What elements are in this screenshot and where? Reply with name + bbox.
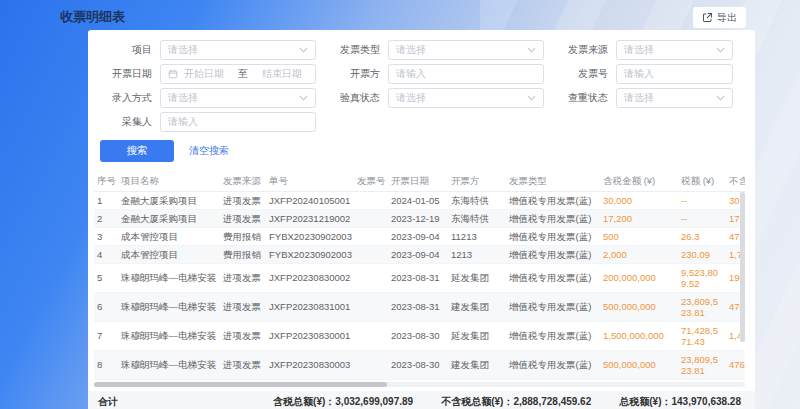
project-select[interactable]: 请选择 (160, 40, 316, 60)
table-row: 7珠穆朗玛峰—电梯安装进项发票JXFP202308300012023-08-30… (94, 321, 745, 350)
invoice-source-select[interactable]: 请选择 (616, 40, 733, 60)
cell-issuer: 延发集团 (448, 321, 506, 350)
cell-tax: 26.3 (678, 227, 726, 245)
table-header-row: 序号项目名称发票来源单号发票号开票日期开票方发票类型含税金额 (¥)税额 (¥)… (94, 172, 745, 191)
cell-amount: 500 (600, 227, 678, 245)
cell-invoice_no (354, 245, 388, 263)
cell-date: 2023-12-19 (388, 209, 448, 227)
verify-status-select[interactable]: 请选择 (388, 88, 544, 108)
invoice-table: 序号项目名称发票来源单号发票号开票日期开票方发票类型含税金额 (¥)税额 (¥)… (94, 172, 745, 380)
entry-method-filter-label: 录入方式 (98, 91, 152, 105)
chevron-down-icon (716, 95, 725, 101)
collector-filter-label: 采集人 (98, 115, 152, 129)
cell-project: 成本管控项目 (118, 245, 220, 263)
issuer-input[interactable]: 请输入 (388, 64, 544, 84)
cell-project: 珠穆朗玛峰—电梯安装 (118, 263, 220, 292)
cell-amount: 200,000,000 (600, 263, 678, 292)
export-label: 导出 (717, 11, 737, 25)
cell-invoice_no (354, 263, 388, 292)
cell-tax: -- (678, 191, 726, 209)
horizontal-scrollbar-thumb[interactable] (94, 382, 387, 387)
column-header: 发票类型 (506, 172, 600, 191)
chevron-down-icon (716, 47, 725, 53)
entry-method-select[interactable]: 请选择 (160, 88, 316, 108)
invoice-no-input[interactable]: 请输入 (616, 64, 733, 84)
cell-source: 费用报销 (220, 245, 266, 263)
cell-invoice_no (354, 191, 388, 209)
clear-search-link[interactable]: 清空搜索 (189, 144, 229, 158)
cell-project: 珠穆朗玛峰—电梯安装 (118, 292, 220, 321)
cell-issuer: 延发集团 (448, 263, 506, 292)
cell-date: 2024-01-05 (388, 191, 448, 209)
cell-project: 金融大厦采购项目 (118, 209, 220, 227)
calendar-icon (168, 69, 178, 79)
column-header: 不含税金额 (¥) (726, 172, 745, 191)
cell-issuer: 11213 (448, 227, 506, 245)
cell-tax: 71,428,571.43 (678, 321, 726, 350)
cell-type: 增值税专用发票(蓝) (506, 209, 600, 227)
cell-order_no: JXFP20231219002 (266, 209, 354, 227)
cell-issuer: 建发集团 (448, 292, 506, 321)
chevron-down-icon (527, 47, 536, 53)
cell-invoice_no (354, 209, 388, 227)
table-row: 2金融大厦采购项目进项发票JXFP202312190022023-12-19东海… (94, 209, 745, 227)
total-excl-tax: 不含税总额(¥)：2,888,728,459.62 (441, 395, 591, 409)
totals-label: 合计 (98, 395, 118, 409)
cell-issuer: 东海特供 (448, 209, 506, 227)
cell-net: 476,190,476.19 (726, 350, 745, 379)
export-button[interactable]: 导出 (693, 7, 746, 28)
cell-order_no: JXFP20230830001 (266, 321, 354, 350)
table-row: 4成本管控项目费用报销FYBX202309020032023-09-041213… (94, 245, 745, 263)
cell-no: 6 (94, 292, 118, 321)
cell-source: 进项发票 (220, 292, 266, 321)
column-header: 单号 (266, 172, 354, 191)
export-icon (702, 12, 713, 23)
page-title: 收票明细表 (60, 8, 125, 26)
invoice-source-filter-label: 发票来源 (554, 43, 608, 57)
cell-issuer: 1213 (448, 245, 506, 263)
column-header: 项目名称 (118, 172, 220, 191)
invoice-type-filter-label: 发票类型 (326, 43, 380, 57)
invoice-table-wrapper: 序号项目名称发票来源单号发票号开票日期开票方发票类型含税金额 (¥)税额 (¥)… (94, 172, 745, 380)
horizontal-scrollbar[interactable] (94, 382, 745, 387)
cell-tax: 23,809,523.81 (678, 350, 726, 379)
cell-invoice_no (354, 227, 388, 245)
cell-source: 进项发票 (220, 209, 266, 227)
verify-status-filter-label: 验真状态 (326, 91, 380, 105)
cell-type: 增值税专用发票(蓝) (506, 191, 600, 209)
project-filter-label: 项目 (98, 43, 152, 57)
invoice-date-range-picker[interactable]: 开始日期 至 结束日期 (160, 64, 316, 84)
cell-no: 5 (94, 263, 118, 292)
cell-date: 2023-08-31 (388, 292, 448, 321)
cell-project: 珠穆朗玛峰—电梯安装 (118, 350, 220, 379)
table-row: 8珠穆朗玛峰—电梯安装进项发票JXFP202308300032023-08-30… (94, 350, 745, 379)
cell-issuer: 东海特供 (448, 191, 506, 209)
cell-order_no: JXFP20230831001 (266, 292, 354, 321)
cell-order_no: JXFP20230830002 (266, 263, 354, 292)
vertical-scrollbar[interactable] (740, 192, 745, 342)
date-range-filter-label: 开票日期 (98, 67, 152, 81)
cell-no: 8 (94, 350, 118, 379)
column-header: 含税金额 (¥) (600, 172, 678, 191)
cell-tax: 23,809,523.81 (678, 292, 726, 321)
filter-panel: 项目 请选择 发票类型 请选择 发票来源 请选择 开票日期 (88, 30, 755, 170)
cell-no: 3 (94, 227, 118, 245)
column-header: 发票号 (354, 172, 388, 191)
collector-input[interactable]: 请输入 (160, 112, 316, 132)
table-row: 1金融大厦采购项目进项发票JXFP202401050012024-01-05东海… (94, 191, 745, 209)
cell-type: 增值税专用发票(蓝) (506, 321, 600, 350)
cell-date: 2023-09-04 (388, 227, 448, 245)
cell-date: 2023-09-04 (388, 245, 448, 263)
cell-source: 费用报销 (220, 227, 266, 245)
cell-order_no: JXFP20240105001 (266, 191, 354, 209)
cell-invoice_no (354, 321, 388, 350)
invoice-type-select[interactable]: 请选择 (388, 40, 544, 60)
search-button[interactable]: 搜索 (100, 140, 174, 162)
total-incl-tax: 含税总额(¥)：3,032,699,097.89 (273, 395, 413, 409)
cell-amount: 17,200 (600, 209, 678, 227)
dup-status-select[interactable]: 请选择 (616, 88, 733, 108)
cell-type: 增值税专用发票(蓝) (506, 292, 600, 321)
cell-tax: 9,523,809.52 (678, 263, 726, 292)
cell-source: 进项发票 (220, 263, 266, 292)
end-date-placeholder: 结束日期 (262, 67, 302, 81)
